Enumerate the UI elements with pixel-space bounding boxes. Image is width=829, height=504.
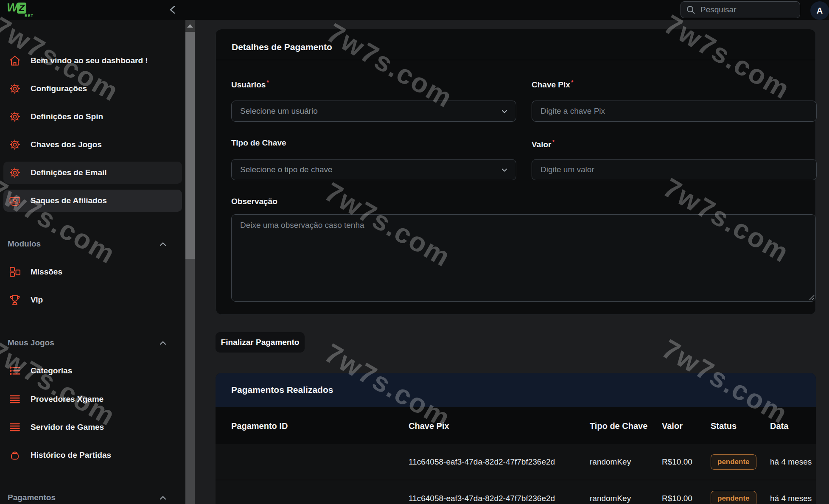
- table-row: 11c64058-eaf3-47da-82d2-47f7bf236e2d ran…: [216, 480, 816, 504]
- sidebar-section-label: Pagamentos: [8, 493, 56, 502]
- cash-icon: [8, 194, 21, 207]
- payment-details-card: Detalhes de Pagamento Usuários* Selecion…: [216, 29, 816, 315]
- chevron-up-icon: [159, 241, 167, 246]
- finalizar-pagamento-button[interactable]: Finalizar Pagamento: [216, 332, 305, 353]
- brand-logo: W Z BET: [7, 2, 26, 14]
- sidebar-item-label: Categorias: [31, 366, 72, 375]
- card-title: Detalhes de Pagamento: [232, 42, 332, 52]
- sidebar-section-label: Modulos: [8, 239, 41, 249]
- cell-valor: R$10.00: [662, 457, 692, 467]
- usuarios-select[interactable]: Selecione um usuário: [231, 101, 516, 122]
- grid-icon: [8, 266, 21, 278]
- search-input[interactable]: [700, 5, 804, 14]
- cell-chave-pix: 11c64058-eaf3-47da-82d2-47f7bf236e2d: [409, 494, 555, 503]
- status-badge: pendente: [711, 454, 756, 470]
- triangle-up-icon: [187, 24, 193, 28]
- payments-table-card: Pagamentos Realizados Pagamento ID Chave…: [216, 373, 816, 504]
- sidebar-item-categorias[interactable]: Categorias: [3, 360, 182, 382]
- valor-label: Valor*: [532, 138, 555, 149]
- chevron-up-icon: [159, 495, 167, 500]
- chevron-left-icon[interactable]: [168, 5, 178, 15]
- tipo-chave-label: Tipo de Chave: [231, 138, 286, 148]
- scrollbar-up-arrow[interactable]: [185, 20, 195, 32]
- sidebar-item-label: Missões: [31, 267, 62, 277]
- main-content: Detalhes de Pagamento Usuários* Selecion…: [195, 20, 829, 504]
- divider: [216, 60, 815, 60]
- sidebar-item-provedores-xgame[interactable]: Provedores Xgame: [3, 388, 182, 410]
- select-placeholder: Selecione um usuário: [240, 106, 318, 116]
- chave-pix-input[interactable]: [532, 101, 817, 122]
- home-icon: [8, 54, 21, 67]
- sidebar-item-label: Definições do Spin: [31, 112, 103, 121]
- archive-icon: [8, 449, 21, 462]
- required-asterisk: *: [552, 138, 555, 146]
- scrollbar-track[interactable]: [185, 20, 195, 504]
- cell-tipo-de-chave: randomKey: [590, 457, 631, 467]
- gear-icon: [8, 138, 21, 151]
- chave-pix-label: Chave Pix*: [532, 78, 574, 90]
- column-header: Pagamento ID: [231, 421, 288, 431]
- chevron-down-icon: [500, 107, 509, 116]
- sidebar-item-label: Provedores Xgame: [31, 395, 104, 404]
- avatar[interactable]: A: [810, 1, 829, 20]
- payments-card-header: Pagamentos Realizados: [216, 373, 816, 407]
- cell-chave-pix: 11c64058-eaf3-47da-82d2-47f7bf236e2d: [409, 457, 555, 467]
- table-header-row: Pagamento ID Chave Pix Tipo de Chave Val…: [216, 407, 816, 444]
- stack-icon: [8, 393, 21, 406]
- status-badge: pendente: [711, 491, 756, 504]
- sidebar-item-configuracoes[interactable]: Configurações: [3, 78, 182, 100]
- search-icon: [686, 5, 695, 14]
- avatar-initial: A: [817, 6, 823, 16]
- topbar: W Z BET A: [0, 0, 829, 20]
- tipo-chave-select[interactable]: Selecione o tipo de chave: [231, 159, 516, 180]
- sidebar-section-pagamentos[interactable]: Pagamentos: [0, 492, 185, 504]
- chevron-up-icon: [159, 340, 167, 345]
- cell-valor: R$10.00: [662, 494, 692, 503]
- column-header: Chave Pix: [409, 421, 449, 431]
- sidebar-item-label: Configurações: [31, 84, 87, 93]
- sidebar-item-label: Bem vindo ao seu dashboard !: [31, 56, 148, 65]
- sidebar-item-missoes[interactable]: Missões: [3, 261, 182, 283]
- sidebar-item-label: Histórico de Partidas: [31, 451, 111, 460]
- required-asterisk: *: [571, 78, 574, 86]
- select-placeholder: Selecione o tipo de chave: [240, 165, 333, 174]
- column-header: Valor: [662, 421, 683, 431]
- trophy-icon: [8, 294, 21, 306]
- sidebar-item-historico-partidas[interactable]: Histórico de Partidas: [3, 444, 182, 466]
- gear-icon: [8, 166, 21, 179]
- sidebar-item-definicoes-spin[interactable]: Definições do Spin: [3, 106, 182, 128]
- observacao-textarea[interactable]: [231, 214, 816, 302]
- sidebar-section-meus-jogos[interactable]: Meus Jogos: [0, 337, 185, 349]
- sidebar-item-definicoes-email[interactable]: Definições de Email: [3, 162, 182, 184]
- required-asterisk: *: [266, 78, 269, 86]
- column-header: Tipo de Chave: [590, 421, 647, 431]
- stack-icon: [8, 421, 21, 434]
- cell-data: há 4 meses: [770, 457, 812, 467]
- sidebar-item-servidor-games[interactable]: Servidor de Games: [3, 416, 182, 438]
- gear-icon: [8, 110, 21, 123]
- brand-logo-z: Z: [17, 3, 26, 14]
- brand-logo-suffix: BET: [25, 14, 34, 18]
- sidebar-section-label: Meus Jogos: [8, 338, 54, 347]
- column-header: Status: [711, 421, 737, 431]
- sidebar-item-dashboard[interactable]: Bem vindo ao seu dashboard !: [3, 50, 182, 72]
- brand-logo-w: W: [7, 2, 17, 14]
- sidebar: Bem vindo ao seu dashboard ! Configuraçõ…: [0, 20, 185, 504]
- cell-data: há 4 meses: [770, 494, 812, 503]
- gear-icon: [8, 82, 21, 95]
- sidebar-item-vip[interactable]: Vip: [3, 289, 182, 311]
- sidebar-item-label: Definições de Email: [31, 168, 107, 177]
- observacao-label: Observação: [231, 197, 277, 206]
- payments-title: Pagamentos Realizados: [231, 385, 333, 395]
- sidebar-section-modulos[interactable]: Modulos: [0, 238, 185, 250]
- sidebar-item-label: Chaves dos Jogos: [31, 140, 102, 149]
- sidebar-item-chaves-jogos[interactable]: Chaves dos Jogos: [3, 134, 182, 156]
- sidebar-item-label: Saques de Afiliados: [31, 196, 107, 205]
- valor-input[interactable]: [532, 159, 817, 180]
- sidebar-item-label: Servidor de Games: [31, 423, 104, 432]
- list-icon: [8, 364, 21, 377]
- sidebar-item-label: Vip: [31, 295, 43, 305]
- sidebar-item-saques-afiliados[interactable]: Saques de Afiliados: [3, 190, 182, 212]
- chevron-down-icon: [500, 165, 509, 175]
- scrollbar-thumb[interactable]: [185, 32, 195, 259]
